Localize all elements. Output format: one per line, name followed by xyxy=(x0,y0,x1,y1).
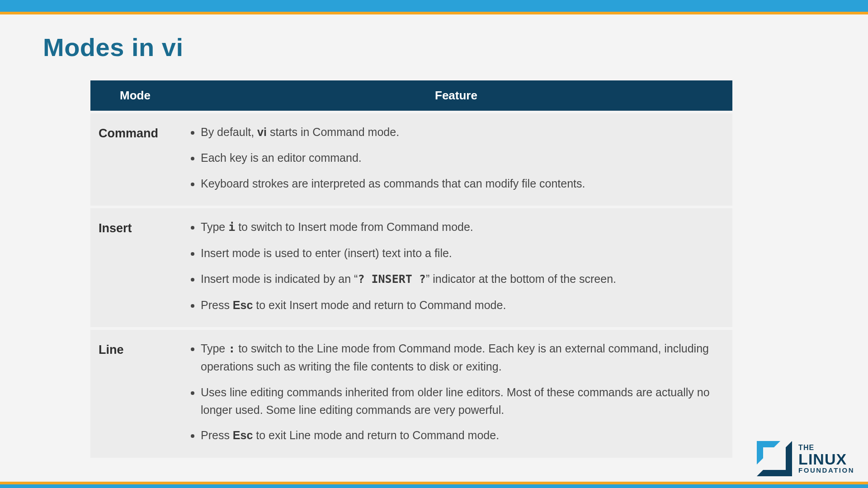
bold-text: vi xyxy=(257,126,267,138)
list-item: Keyboard strokes are interpreted as comm… xyxy=(201,175,724,192)
table-body: CommandBy default, vi starts in Command … xyxy=(90,111,732,458)
bold-text: Esc xyxy=(233,429,253,441)
list-item: Insert mode is used to enter (insert) te… xyxy=(201,244,724,262)
feature-cell: By default, vi starts in Command mode.Ea… xyxy=(180,111,732,206)
top-band-orange xyxy=(0,12,868,14)
mono-text: i xyxy=(228,221,235,234)
top-band-blue xyxy=(0,0,868,12)
list-item: Insert mode is indicated by an “? INSERT… xyxy=(201,270,724,288)
table-row: InsertType i to switch to Insert mode fr… xyxy=(90,206,732,327)
feature-list: Type : to switch to the Line mode from C… xyxy=(188,340,724,444)
page-title: Modes in vi xyxy=(43,33,183,62)
header-mode: Mode xyxy=(90,80,180,111)
feature-cell: Type i to switch to Insert mode from Com… xyxy=(180,206,732,327)
mode-cell: Line xyxy=(90,327,180,458)
list-item: Press Esc to exit Line mode and return t… xyxy=(201,427,724,444)
linux-foundation-mark-icon xyxy=(757,441,792,476)
mono-text: ? INSERT ? xyxy=(358,272,426,286)
list-item: Type i to switch to Insert mode from Com… xyxy=(201,218,724,236)
list-item: Uses line editing commands inherited fro… xyxy=(201,384,724,419)
table-row: LineType : to switch to the Line mode fr… xyxy=(90,327,732,458)
logo-foundation: FOUNDATION xyxy=(798,467,854,474)
mono-text: : xyxy=(228,342,235,355)
modes-table: Mode Feature CommandBy default, vi start… xyxy=(90,80,732,458)
bottom-band-blue xyxy=(0,484,868,488)
table-header-row: Mode Feature xyxy=(90,80,732,111)
list-item: Press Esc to exit Insert mode and return… xyxy=(201,296,724,314)
list-item: Type : to switch to the Line mode from C… xyxy=(201,340,724,375)
table-row: CommandBy default, vi starts in Command … xyxy=(90,111,732,206)
bold-text: Esc xyxy=(233,299,253,311)
logo-linux: LINUX xyxy=(798,451,854,467)
list-item: Each key is an editor command. xyxy=(201,149,724,167)
feature-list: Type i to switch to Insert mode from Com… xyxy=(188,218,724,314)
header-feature: Feature xyxy=(180,80,732,111)
feature-list: By default, vi starts in Command mode.Ea… xyxy=(188,123,724,192)
linux-foundation-text: THE LINUX FOUNDATION xyxy=(798,444,854,474)
feature-cell: Type : to switch to the Line mode from C… xyxy=(180,327,732,458)
linux-foundation-logo: THE LINUX FOUNDATION xyxy=(757,441,854,476)
mode-cell: Command xyxy=(90,111,180,206)
list-item: By default, vi starts in Command mode. xyxy=(201,123,724,141)
mode-cell: Insert xyxy=(90,206,180,327)
